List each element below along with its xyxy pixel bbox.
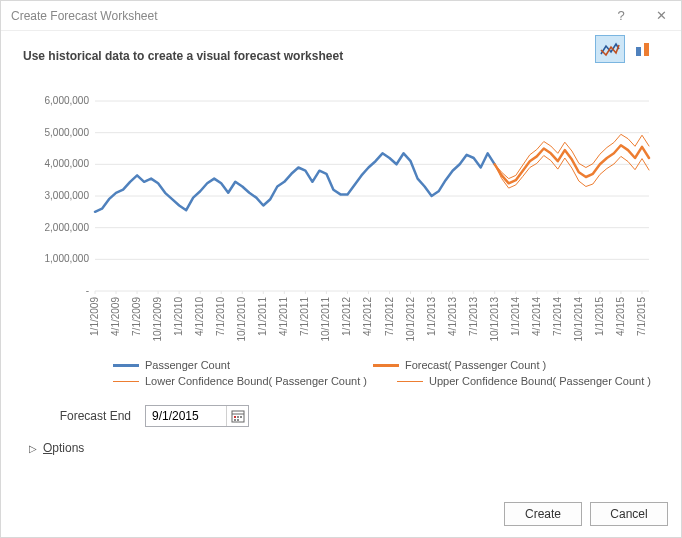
options-toggle[interactable]: ▷ Options	[23, 441, 659, 455]
chevron-right-icon: ▷	[29, 443, 37, 454]
svg-rect-0	[636, 47, 641, 56]
svg-rect-75	[234, 419, 236, 421]
svg-text:1,000,000: 1,000,000	[45, 253, 90, 264]
svg-text:7/1/2009: 7/1/2009	[131, 297, 142, 336]
svg-text:4/1/2009: 4/1/2009	[110, 297, 121, 336]
svg-text:1/1/2009: 1/1/2009	[89, 297, 100, 336]
svg-text:10/1/2009: 10/1/2009	[152, 297, 163, 342]
forecast-chart: -1,000,0002,000,0003,000,0004,000,0005,0…	[23, 91, 659, 351]
svg-text:1/1/2015: 1/1/2015	[594, 297, 605, 336]
legend-label-history: Passenger Count	[145, 359, 230, 371]
svg-text:3,000,000: 3,000,000	[45, 190, 90, 201]
forecast-end-input[interactable]	[146, 406, 226, 426]
svg-rect-74	[240, 416, 242, 418]
svg-text:4/1/2014: 4/1/2014	[531, 297, 542, 336]
line-chart-icon	[599, 40, 621, 58]
dialog-buttons: Create Cancel	[504, 502, 668, 526]
close-button[interactable]: ✕	[641, 1, 681, 31]
titlebar: Create Forecast Worksheet ? ✕	[1, 1, 681, 31]
svg-text:1/1/2012: 1/1/2012	[341, 297, 352, 336]
svg-text:7/1/2013: 7/1/2013	[468, 297, 479, 336]
legend-label-lower: Lower Confidence Bound( Passenger Count …	[145, 375, 367, 387]
svg-text:10/1/2012: 10/1/2012	[405, 297, 416, 342]
svg-text:7/1/2010: 7/1/2010	[215, 297, 226, 336]
calendar-icon	[231, 409, 245, 423]
svg-text:4/1/2013: 4/1/2013	[447, 297, 458, 336]
svg-text:7/1/2015: 7/1/2015	[636, 297, 647, 336]
legend-upper: Upper Confidence Bound( Passenger Count …	[397, 375, 651, 387]
legend-swatch-upper	[397, 381, 423, 382]
forecast-end-input-wrap	[145, 405, 249, 427]
svg-text:1/1/2013: 1/1/2013	[426, 297, 437, 336]
legend-history: Passenger Count	[113, 359, 343, 371]
svg-text:10/1/2014: 10/1/2014	[573, 297, 584, 342]
svg-text:1/1/2011: 1/1/2011	[257, 297, 268, 336]
svg-text:6,000,000: 6,000,000	[45, 95, 90, 106]
svg-text:10/1/2011: 10/1/2011	[320, 297, 331, 342]
legend-label-forecast: Forecast( Passenger Count )	[405, 359, 546, 371]
line-chart-type-button[interactable]	[595, 35, 625, 63]
svg-text:4/1/2011: 4/1/2011	[278, 297, 289, 336]
svg-text:4/1/2015: 4/1/2015	[615, 297, 626, 336]
window-title: Create Forecast Worksheet	[11, 9, 601, 23]
svg-rect-73	[237, 416, 239, 418]
svg-text:7/1/2011: 7/1/2011	[299, 297, 310, 336]
options-label: Options	[43, 441, 84, 455]
svg-text:2,000,000: 2,000,000	[45, 222, 90, 233]
dialog-heading: Use historical data to create a visual f…	[23, 49, 659, 63]
legend-label-upper: Upper Confidence Bound( Passenger Count …	[429, 375, 651, 387]
svg-text:4/1/2012: 4/1/2012	[362, 297, 373, 336]
chart-legend: Passenger Count Forecast( Passenger Coun…	[113, 359, 659, 387]
forecast-end-label: Forecast End	[41, 409, 131, 423]
svg-text:7/1/2014: 7/1/2014	[552, 297, 563, 336]
svg-text:-: -	[86, 285, 89, 296]
bar-chart-type-button[interactable]	[629, 35, 659, 63]
help-button[interactable]: ?	[601, 1, 641, 31]
svg-text:10/1/2013: 10/1/2013	[489, 297, 500, 342]
svg-text:1/1/2010: 1/1/2010	[173, 297, 184, 336]
svg-rect-72	[234, 416, 236, 418]
svg-text:5,000,000: 5,000,000	[45, 127, 90, 138]
create-button[interactable]: Create	[504, 502, 582, 526]
svg-text:1/1/2014: 1/1/2014	[510, 297, 521, 336]
svg-text:4,000,000: 4,000,000	[45, 158, 90, 169]
svg-text:10/1/2010: 10/1/2010	[236, 297, 247, 342]
svg-text:4/1/2010: 4/1/2010	[194, 297, 205, 336]
svg-rect-1	[644, 43, 649, 56]
legend-lower: Lower Confidence Bound( Passenger Count …	[113, 375, 367, 387]
cancel-button[interactable]: Cancel	[590, 502, 668, 526]
legend-swatch-forecast	[373, 364, 399, 367]
chart-type-selector	[595, 35, 659, 63]
legend-forecast: Forecast( Passenger Count )	[373, 359, 603, 371]
forecast-end-row: Forecast End	[23, 405, 659, 427]
svg-text:7/1/2012: 7/1/2012	[384, 297, 395, 336]
svg-rect-76	[237, 419, 239, 421]
date-picker-button[interactable]	[226, 406, 248, 426]
bar-chart-icon	[633, 40, 655, 58]
legend-swatch-lower	[113, 381, 139, 382]
legend-swatch-history	[113, 364, 139, 367]
